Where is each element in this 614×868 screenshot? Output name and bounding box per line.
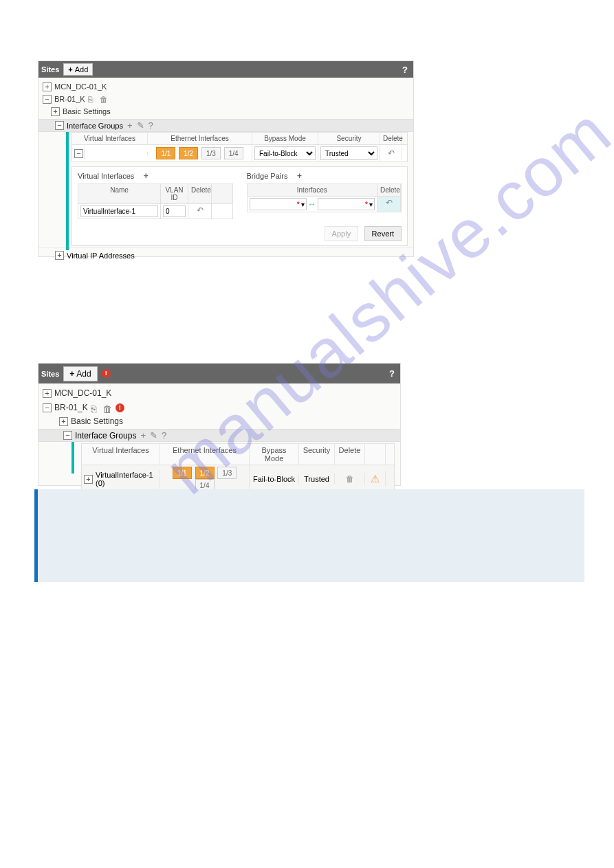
vi-title-row: Virtual Interfaces + [78,171,233,181]
config-panel-2: Sites + Add ! ? + MCN_DC-01_K − BR-01_K … [38,363,401,486]
collapse-icon[interactable]: − [43,403,52,412]
add-vi-icon[interactable]: + [141,171,151,181]
tree-item-basic-settings[interactable]: + Basic Settings [43,105,412,118]
sites-tree: + MCN_DC-01_K − BR-01_K ⎘ 🗑 + Basic Sett… [39,78,413,119]
chevron-down-icon[interactable]: ▾ [369,201,373,208]
undo-icon[interactable]: ↶ [386,198,393,208]
eth-port-1-4[interactable]: 1/4 [224,147,243,159]
tree-label: Basic Settings [63,107,111,115]
add-label: Add [76,369,91,379]
edit-icon[interactable]: ✎ [150,430,157,441]
group-header: Virtual Interfaces Ethernet Interfaces B… [81,443,395,465]
eth-port-1-3[interactable]: 1/3 [201,147,221,159]
expand-icon[interactable]: + [43,82,52,91]
group-header: Virtual Interfaces Ethernet Interfaces B… [72,132,408,145]
undo-icon[interactable]: ↶ [388,148,395,158]
plus-icon: + [69,369,74,379]
collapse-icon[interactable]: − [55,121,64,130]
copy-icon[interactable]: ⎘ [88,95,97,104]
undo-icon[interactable]: ↶ [197,205,204,215]
expand-icon[interactable]: + [43,389,52,398]
sites-label: Sites [41,370,59,378]
vi-row: ↶ [78,204,232,219]
vi-table: Name VLAN ID Delete ↶ [78,183,233,219]
apply-button[interactable]: Apply [325,226,359,241]
active-edit-strip [72,442,74,474]
add-site-button[interactable]: + Add [63,63,93,76]
security-value: Trusted [299,474,335,485]
eth-port-1-2[interactable]: 1/2 [179,147,198,159]
required-asterisk-icon: * [297,201,300,208]
sites-tree: + MCN_DC-01_K − BR-01_K ⎘ 🗑 ! + Basic Se… [39,383,400,429]
interface-groups-bar: − Interface Groups + ✎ ? [39,429,400,442]
expand-icon[interactable]: + [51,107,60,116]
eth-port-1-1[interactable]: 1/1 [173,467,192,479]
callout-note-box [34,489,584,582]
link-arrow-icon: ↔ [308,199,316,209]
vi-name-input[interactable] [80,205,158,217]
vip-addresses-row[interactable]: + Virtual IP Addresses [39,247,413,263]
error-indicator-icon[interactable]: ! [102,369,111,378]
error-indicator-icon[interactable]: ! [116,403,124,412]
help-icon[interactable]: ? [402,65,408,75]
security-select[interactable]: Trusted [320,146,377,160]
tree-item-mcn[interactable]: + MCN_DC-01_K [43,80,412,93]
vip-label: Virtual IP Addresses [67,252,135,260]
bypass-mode-select[interactable]: Fail-to-Block [254,146,316,160]
help-icon[interactable]: ? [162,430,166,441]
help-icon[interactable]: ? [149,120,153,131]
eth-port-1-3[interactable]: 1/3 [217,467,237,479]
trash-icon[interactable]: 🗑 [102,403,111,412]
required-asterisk-icon: * [365,201,368,208]
tree-label: MCN_DC-01_K [54,388,111,398]
add-icon[interactable]: + [140,430,146,441]
collapse-icon[interactable]: − [74,149,83,158]
tree-item-br01[interactable]: − BR-01_K ⎘ 🗑 [43,93,412,105]
add-bridge-pair-icon[interactable]: + [294,171,304,181]
vi-value: VirtualInterface-1 (0) [93,469,160,489]
plus-icon: + [68,65,72,74]
expand-icon[interactable]: + [59,417,68,426]
expand-icon[interactable]: + [84,475,93,484]
trash-icon[interactable]: 🗑 [346,474,354,484]
trash-icon[interactable]: 🗑 [100,95,109,104]
tree-item-br01[interactable]: − BR-01_K ⎘ 🗑 ! [43,400,399,415]
sites-toolbar: Sites + Add ? [39,61,413,78]
bypass-value: Fail-to-Block [250,474,299,485]
tree-label: Basic Settings [71,416,123,426]
expand-icon[interactable]: + [55,251,64,260]
edit-icon[interactable]: ✎ [137,120,144,131]
group-row: − 1/1 1/2 1/3 1/4 Fail-to-Block [72,145,408,162]
help-icon[interactable]: ? [389,368,395,379]
chevron-down-icon[interactable]: ▾ [301,201,305,208]
config-panel-1: Sites + Add ? + MCN_DC-01_K − BR-01_K ⎘ … [38,60,414,257]
action-buttons: Apply Revert [78,226,402,241]
bp-table: Interfaces Delete *▾ ↔ [247,183,402,212]
active-edit-strip [66,132,69,250]
tree-label: BR-01_K [54,403,88,412]
eth-port-1-2[interactable]: 1/2 [195,467,215,479]
tree-item-basic-settings[interactable]: + Basic Settings [43,415,399,427]
bp-title-row: Bridge Pairs + [247,171,402,181]
interface-groups-bar: − Interface Groups + ✎ ? [39,119,413,132]
groups-label: Interface Groups [67,122,123,130]
bp-row: *▾ ↔ *▾ ↶ [248,197,402,212]
groups-label: Interface Groups [75,431,136,441]
add-icon[interactable]: + [127,120,133,131]
add-site-button[interactable]: + Add [63,366,97,381]
revert-button[interactable]: Revert [364,226,402,241]
collapse-icon[interactable]: − [63,431,72,440]
tree-label: BR-01_K [54,95,85,103]
row-detail-panel: Virtual Interfaces + Name VLAN ID Delete [72,166,408,246]
tree-item-mcn[interactable]: + MCN_DC-01_K [43,386,399,400]
warning-icon[interactable]: ⚠ [371,473,380,485]
sites-toolbar: Sites + Add ! ? [39,364,400,383]
vi-vlan-input[interactable] [163,205,186,217]
eth-port-1-1[interactable]: 1/1 [156,147,175,159]
add-label: Add [75,65,89,74]
tree-label: MCN_DC-01_K [54,82,107,91]
collapse-icon[interactable]: − [43,95,52,104]
copy-icon[interactable]: ⎘ [91,403,100,412]
sites-label: Sites [41,65,59,74]
